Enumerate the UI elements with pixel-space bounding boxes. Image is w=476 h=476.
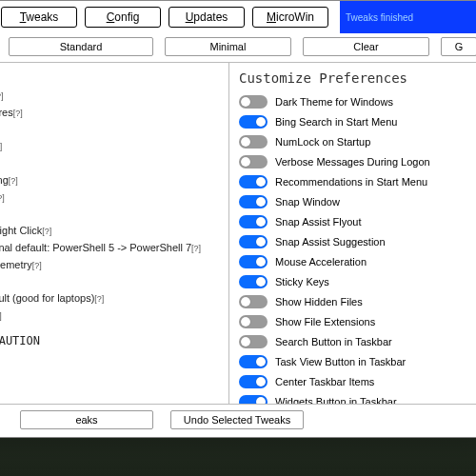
- tweak-item[interactable]: iles[?]: [0, 88, 223, 105]
- help-icon[interactable]: [?]: [0, 311, 2, 321]
- status-bar: Tweaks finished: [340, 1, 476, 33]
- tab-updates[interactable]: Updates: [169, 7, 245, 28]
- pref-label: Search Button in Taskbar: [275, 336, 392, 347]
- pref-label: Snap Assist Suggestion: [275, 236, 386, 248]
- pref-label: Sticky Keys: [275, 276, 329, 288]
- tweak-item[interactable]: ory[?]: [0, 138, 223, 155]
- toggle-switch[interactable]: [239, 375, 268, 388]
- preset-bar: Standard Minimal Clear G: [0, 33, 476, 62]
- pref-label: Widgets Button in Taskbar: [275, 396, 397, 405]
- help-icon[interactable]: [?]: [32, 261, 42, 270]
- preset-minimal-button[interactable]: Minimal: [165, 37, 291, 56]
- bottom-button-bar: eaks Undo Selected Tweaks: [0, 405, 476, 437]
- toggle-switch[interactable]: [239, 215, 268, 228]
- tweak-item[interactable]: erminal default: PowerShell 5 -> PowerSh…: [0, 240, 223, 257]
- tweak-item[interactable]: 7 Telemetry[?]: [0, 257, 223, 274]
- tweak-item[interactable]: acking[?]: [0, 172, 223, 189]
- preset-clear-button[interactable]: Clear: [303, 37, 429, 56]
- pref-item: Search Button in Taskbar: [239, 331, 476, 351]
- tweak-item: [0, 274, 223, 290]
- pref-label: Recommendations in Start Menu: [275, 176, 427, 188]
- pref-item: NumLock on Startup: [239, 131, 476, 151]
- tab-bar: Tweaks Config Updates MicroWin Tweaks fi…: [0, 1, 476, 33]
- preferences-pane: Customize Preferences Dark Theme for Win…: [229, 63, 476, 404]
- tweak-item: [0, 207, 223, 223]
- status-text: Tweaks finished: [346, 12, 413, 23]
- pref-item: Verbose Messages During Logon: [239, 151, 476, 171]
- pref-item: Bing Search in Start Menu: [239, 111, 476, 131]
- toggle-switch[interactable]: [239, 295, 268, 308]
- pref-label: Show File Extensions: [275, 316, 375, 327]
- toggle-switch[interactable]: [239, 315, 268, 328]
- tweak-item[interactable]: default (good for laptops)[?]: [0, 290, 223, 307]
- preferences-list: Dark Theme for WindowsBing Search in Sta…: [239, 91, 476, 404]
- pref-item: Widgets Button in Taskbar: [239, 391, 476, 404]
- pref-item: Snap Window: [239, 191, 476, 211]
- tweak-item[interactable]: int[?]: [0, 70, 223, 88]
- tweak-item[interactable]: eatures[?]: [0, 105, 223, 122]
- pref-item: Show Hidden Files: [239, 291, 476, 311]
- tweak-item[interactable]: nse[?]: [0, 189, 223, 207]
- pref-label: Task View Button in Taskbar: [275, 356, 406, 367]
- pref-item: Snap Assist Flyout: [239, 211, 476, 231]
- pref-item: Dark Theme for Windows: [239, 91, 476, 111]
- help-icon[interactable]: [?]: [191, 244, 201, 253]
- undo-tweaks-button[interactable]: Undo Selected Tweaks: [170, 410, 304, 429]
- main-split: int[?]iles[?]eatures[?] ory[?][?]acking[…: [0, 62, 476, 405]
- toggle-switch[interactable]: [239, 95, 268, 109]
- pref-item: Snap Assist Suggestion: [239, 231, 476, 251]
- pref-label: Bing Search in Start Menu: [275, 116, 397, 128]
- help-icon[interactable]: [?]: [42, 227, 51, 236]
- tweak-item[interactable]: ual[?]: [0, 307, 223, 325]
- pref-item: Sticky Keys: [239, 271, 476, 291]
- tab-config[interactable]: Config: [85, 7, 161, 28]
- caution-heading: - CAUTION: [0, 334, 223, 347]
- pref-label: Snap Assist Flyout: [275, 216, 362, 228]
- pref-label: Mouse Acceleration: [275, 256, 367, 268]
- pref-label: Show Hidden Files: [275, 296, 363, 307]
- pref-label: Center Taskbar Items: [275, 376, 374, 387]
- utility-window: Tweaks Config Updates MicroWin Tweaks fi…: [0, 0, 476, 438]
- pref-label: Dark Theme for Windows: [275, 96, 393, 108]
- preset-partial-button[interactable]: G: [441, 37, 476, 56]
- help-icon[interactable]: [?]: [0, 193, 5, 203]
- toggle-switch[interactable]: [239, 115, 268, 129]
- toggle-switch[interactable]: [239, 135, 268, 149]
- help-icon[interactable]: [?]: [0, 91, 4, 101]
- toggle-switch[interactable]: [239, 275, 268, 288]
- tab-microwin[interactable]: MicroWin: [252, 7, 328, 28]
- toggle-switch[interactable]: [239, 155, 268, 169]
- help-icon[interactable]: [?]: [13, 109, 23, 118]
- help-icon[interactable]: [?]: [9, 176, 18, 186]
- toggle-switch[interactable]: [239, 195, 268, 208]
- toggle-switch[interactable]: [239, 335, 268, 348]
- tweak-item[interactable]: ith Right Click[?]: [0, 223, 223, 240]
- tweak-item[interactable]: [?]: [0, 155, 223, 172]
- toggle-switch[interactable]: [239, 175, 268, 188]
- preferences-heading: Customize Preferences: [239, 70, 476, 86]
- pref-item: Task View Button in Taskbar: [239, 351, 476, 371]
- pref-item: Center Taskbar Items: [239, 371, 476, 391]
- toggle-switch[interactable]: [239, 355, 268, 368]
- tweak-item: [0, 122, 223, 138]
- pref-item: Recommendations in Start Menu: [239, 171, 476, 191]
- help-icon[interactable]: [?]: [94, 294, 104, 304]
- tweaks-list-pane: int[?]iles[?]eatures[?] ory[?][?]acking[…: [0, 63, 229, 404]
- toggle-switch[interactable]: [239, 395, 268, 405]
- pref-label: Verbose Messages During Logon: [275, 156, 430, 168]
- toggle-switch[interactable]: [239, 235, 268, 248]
- toggle-switch[interactable]: [239, 255, 268, 268]
- pref-item: Mouse Acceleration: [239, 251, 476, 271]
- pref-label: NumLock on Startup: [275, 136, 370, 148]
- pref-item: Show File Extensions: [239, 311, 476, 331]
- run-tweaks-button[interactable]: eaks: [20, 410, 153, 429]
- preset-standard-button[interactable]: Standard: [9, 37, 153, 56]
- help-icon[interactable]: [?]: [0, 142, 2, 151]
- tab-tweaks[interactable]: Tweaks: [1, 7, 77, 28]
- pref-label: Snap Window: [275, 196, 340, 208]
